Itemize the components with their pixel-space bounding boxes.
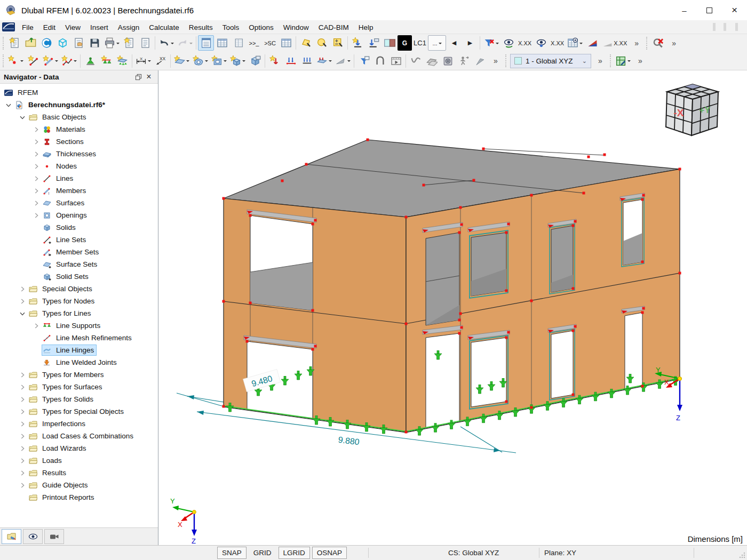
dropdown-arrow-icon[interactable] bbox=[148, 60, 151, 63]
tb-result-table-button[interactable] bbox=[566, 35, 584, 51]
tree-item-members[interactable]: IMembers bbox=[0, 185, 158, 197]
menu-window[interactable]: Window bbox=[279, 22, 314, 33]
tree-item-solid-sets[interactable]: Solid Sets bbox=[0, 270, 158, 283]
dropdown-arrow-icon[interactable] bbox=[171, 43, 174, 46]
tb-new-member-load-button[interactable] bbox=[283, 53, 299, 69]
tb-new-opening-button[interactable] bbox=[191, 53, 210, 69]
dropdown-arrow-icon[interactable] bbox=[189, 43, 193, 46]
tb-save-button[interactable] bbox=[86, 35, 102, 51]
tree-item-line-hinges[interactable]: Line Hinges bbox=[0, 344, 158, 356]
building-model[interactable] bbox=[224, 140, 680, 433]
tb-panel-table-layout-button[interactable] bbox=[278, 35, 294, 51]
tb-new-printout-report-button[interactable] bbox=[121, 35, 137, 51]
tb-lc-more-button[interactable]: ... bbox=[428, 35, 446, 51]
tree-item-load-cases-combinations[interactable]: Load Cases & Combinations bbox=[0, 430, 158, 442]
expand-arrow-icon[interactable] bbox=[17, 407, 28, 416]
menu-view[interactable]: View bbox=[60, 22, 85, 33]
tb-new-free-load-button[interactable] bbox=[333, 53, 352, 69]
tb-color-ramp-button[interactable] bbox=[584, 35, 600, 51]
tb-result-diagrams-button[interactable] bbox=[408, 53, 424, 69]
expand-arrow-icon[interactable] bbox=[31, 187, 42, 195]
tb-show-loads-button[interactable] bbox=[500, 35, 516, 51]
model-viewport[interactable]: 9.480 9.880 Y X Z Y X bbox=[158, 70, 747, 545]
menu-edit[interactable]: Edit bbox=[38, 22, 60, 33]
tb-printout-report-button[interactable] bbox=[137, 35, 153, 51]
tab-visibility-navigator[interactable] bbox=[44, 529, 64, 544]
tree-item-lines[interactable]: Lines bbox=[0, 172, 158, 185]
tb-lc-colors-button[interactable] bbox=[382, 35, 398, 51]
menu-results[interactable]: Results bbox=[184, 22, 218, 33]
tb-new-surface-support-button[interactable] bbox=[114, 53, 130, 69]
tree-item-line-supports[interactable]: Line Supports bbox=[0, 319, 158, 332]
tb-open-model-button[interactable] bbox=[22, 35, 38, 51]
tree-item-guide-objects[interactable]: Guide Objects bbox=[0, 479, 158, 491]
tb-new-rect-opening-button[interactable] bbox=[210, 53, 228, 69]
tab-data-navigator[interactable] bbox=[2, 529, 21, 544]
tb-value-ramp-button[interactable]: X.XX bbox=[600, 35, 629, 51]
toolbar-drag-handle[interactable] bbox=[3, 37, 5, 50]
tb-new-line-support-button[interactable] bbox=[98, 53, 114, 69]
tree-item-nodes[interactable]: Nodes bbox=[0, 160, 158, 172]
tree-item-types-for-solids[interactable]: Types for Solids bbox=[0, 393, 158, 405]
tb-walk-through-button[interactable] bbox=[456, 53, 472, 69]
tree-item-surface-sets[interactable]: Surface Sets bbox=[0, 258, 158, 270]
tree-item-materials[interactable]: Materials bbox=[0, 123, 158, 135]
tb-overflow-e-button[interactable]: » bbox=[632, 53, 648, 69]
resize-grip[interactable] bbox=[739, 552, 745, 558]
tb-print-button[interactable] bbox=[102, 35, 121, 51]
expand-arrow-icon[interactable] bbox=[17, 481, 28, 490]
collapse-arrow-icon[interactable] bbox=[17, 113, 28, 122]
tb-pointer-mode-button[interactable] bbox=[472, 53, 488, 69]
expand-arrow-icon[interactable] bbox=[17, 383, 28, 391]
tree-item-load-wizards[interactable]: Load Wizards bbox=[0, 442, 158, 454]
tree-item-berechnungsdatei-rf6[interactable]: Berechnungsdatei.rf6* bbox=[0, 99, 158, 111]
menu-file[interactable]: File bbox=[17, 22, 38, 33]
expand-arrow-icon[interactable] bbox=[17, 395, 28, 404]
menu-insert[interactable]: Insert bbox=[85, 22, 113, 33]
tree-item-imperfections[interactable]: Imperfections bbox=[0, 418, 158, 430]
close-panel-icon[interactable]: × bbox=[144, 71, 154, 82]
tb-new-imposed-deformation-button[interactable] bbox=[315, 53, 333, 69]
tree-item-types-for-members[interactable]: Types for Members bbox=[0, 369, 158, 381]
collapse-arrow-icon[interactable] bbox=[17, 309, 28, 318]
tree-item-types-for-nodes[interactable]: Types for Nodes bbox=[0, 295, 158, 307]
snap-toggle-lgrid[interactable]: LGRID bbox=[279, 547, 310, 559]
tree-item-member-sets[interactable]: IMember Sets bbox=[0, 246, 158, 258]
tb-new-line-load-button[interactable] bbox=[299, 53, 315, 69]
expand-arrow-icon[interactable] bbox=[17, 444, 28, 453]
snap-toggle-snap[interactable]: SNAP bbox=[217, 547, 247, 559]
dropdown-arrow-icon[interactable] bbox=[329, 60, 332, 63]
tree-item-thicknesses[interactable]: Thicknesses bbox=[0, 148, 158, 160]
menu-options[interactable]: Options bbox=[244, 22, 279, 33]
tb-clipping-box-button[interactable] bbox=[372, 53, 388, 69]
tb-model-settings-button[interactable] bbox=[70, 35, 86, 51]
expand-arrow-icon[interactable] bbox=[31, 150, 42, 158]
tb-new-node-button[interactable] bbox=[6, 53, 25, 69]
menu-assign[interactable]: Assign bbox=[113, 22, 145, 33]
tree-item-results[interactable]: Results bbox=[0, 467, 158, 479]
toolbar-drag-handle[interactable] bbox=[3, 54, 5, 67]
expand-arrow-icon[interactable] bbox=[17, 457, 28, 465]
tb-dim-linear-button[interactable]: X bbox=[134, 53, 153, 69]
menu-calculate[interactable]: Calculate bbox=[144, 22, 184, 33]
tb-new-surface-button[interactable] bbox=[172, 53, 191, 69]
tb-panel-table-small-button[interactable] bbox=[230, 35, 246, 51]
tb-visibility-filter-button[interactable] bbox=[356, 53, 372, 69]
dropdown-arrow-icon[interactable] bbox=[224, 60, 227, 63]
tb-model-browser-button[interactable] bbox=[54, 35, 70, 51]
tree-item-types-for-lines[interactable]: Types for Lines bbox=[0, 307, 158, 319]
expand-arrow-icon[interactable] bbox=[31, 125, 42, 134]
tb-new-polyline-button[interactable] bbox=[60, 53, 78, 69]
tb-transfer-loads-button[interactable] bbox=[349, 35, 365, 51]
tb-render-view-button[interactable] bbox=[440, 53, 456, 69]
tb-show-support-values-button[interactable]: X.XX bbox=[549, 35, 566, 51]
dropdown-arrow-icon[interactable] bbox=[20, 60, 23, 63]
toolbar-drag-handle[interactable] bbox=[610, 54, 612, 67]
dropdown-arrow-icon[interactable] bbox=[496, 43, 499, 46]
tb-lc-type-button[interactable]: G bbox=[398, 35, 412, 51]
collapse-arrow-icon[interactable] bbox=[3, 101, 14, 109]
menu-cad-bim[interactable]: CAD-BIM bbox=[314, 22, 354, 33]
tb-panel-tables-button[interactable] bbox=[214, 35, 230, 51]
dropdown-arrow-icon[interactable] bbox=[55, 60, 58, 63]
expand-arrow-icon[interactable] bbox=[31, 211, 42, 220]
